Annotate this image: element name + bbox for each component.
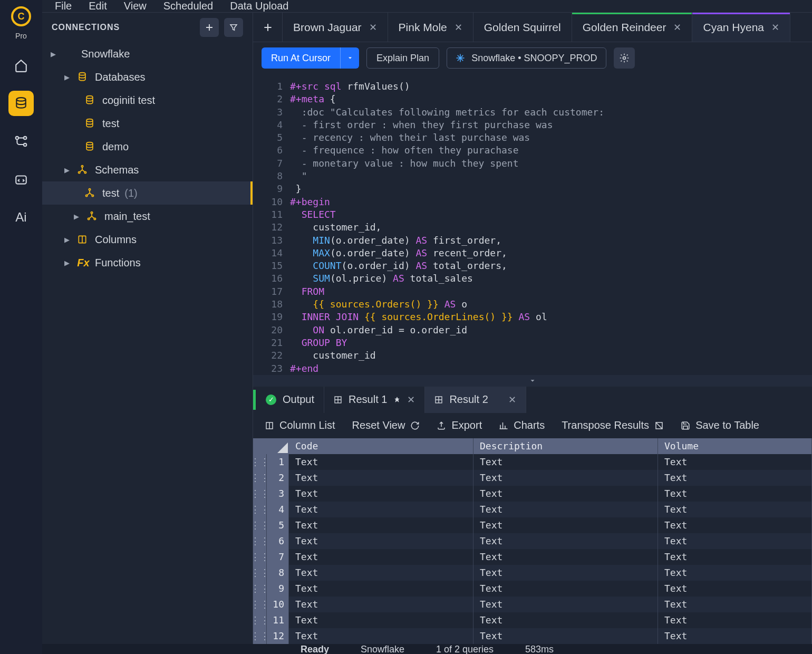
- table-row[interactable]: ⋮⋮8TextTextText: [253, 565, 812, 581]
- result-tab-1[interactable]: Result 1 ✕: [324, 387, 425, 413]
- drag-handle-icon[interactable]: ⋮⋮: [253, 581, 267, 597]
- cell[interactable]: Text: [473, 502, 658, 517]
- table-row[interactable]: ⋮⋮11TextTextText: [253, 612, 812, 628]
- table-row[interactable]: ⋮⋮6TextTextText: [253, 533, 812, 549]
- cell[interactable]: Text: [658, 628, 812, 644]
- tree-db-test[interactable]: test: [42, 112, 253, 135]
- cell[interactable]: Text: [473, 565, 658, 581]
- editor-tab[interactable]: Brown Jaguar✕: [283, 13, 388, 42]
- cell[interactable]: Text: [658, 454, 812, 470]
- table-row[interactable]: ⋮⋮4TextTextText: [253, 502, 812, 517]
- tree-columns[interactable]: ▶ Columns: [42, 228, 253, 251]
- cell[interactable]: Text: [289, 612, 473, 628]
- pin-icon[interactable]: [393, 396, 401, 403]
- drag-handle-icon[interactable]: ⋮⋮: [253, 565, 267, 581]
- editor-tab[interactable]: Cyan Hyena✕: [692, 13, 790, 42]
- cell[interactable]: Text: [658, 597, 812, 612]
- explain-plan-button[interactable]: Explain Plan: [366, 47, 439, 69]
- drag-handle-icon[interactable]: ⋮⋮: [253, 486, 267, 502]
- result-tab-2[interactable]: Result 2 ✕: [425, 387, 526, 413]
- close-icon[interactable]: ✕: [407, 394, 415, 406]
- cell[interactable]: Text: [289, 533, 473, 549]
- drag-handle-icon[interactable]: ⋮⋮: [253, 517, 267, 533]
- table-row[interactable]: ⋮⋮3TextTextText: [253, 486, 812, 502]
- cell[interactable]: Text: [289, 597, 473, 612]
- drag-handle-icon[interactable]: ⋮⋮: [253, 502, 267, 517]
- editor-tab[interactable]: Golden Reindeer✕: [572, 13, 693, 42]
- cell[interactable]: Text: [658, 470, 812, 486]
- cell[interactable]: Text: [473, 597, 658, 612]
- code-area[interactable]: #+src sql rfmValues()#+meta { :doc "Calc…: [290, 80, 812, 375]
- tree-db-demo[interactable]: demo: [42, 135, 253, 158]
- table-row[interactable]: ⋮⋮5TextTextText: [253, 517, 812, 533]
- tree-db-coginiti[interactable]: coginiti test: [42, 89, 253, 112]
- tree-schema-test[interactable]: test (1): [42, 181, 253, 205]
- cell[interactable]: Text: [289, 549, 473, 565]
- rail-pipeline[interactable]: [8, 129, 34, 154]
- cell[interactable]: Text: [658, 565, 812, 581]
- cell[interactable]: Text: [473, 454, 658, 470]
- cell[interactable]: Text: [658, 517, 812, 533]
- close-icon[interactable]: ✕: [771, 22, 779, 33]
- cell[interactable]: Text: [658, 533, 812, 549]
- connection-pill[interactable]: Snowflake • SNOOPY_PROD: [447, 47, 606, 69]
- rail-ai[interactable]: Ai: [8, 205, 34, 230]
- menu-scheduled[interactable]: Scheduled: [163, 0, 214, 12]
- cell[interactable]: Text: [473, 533, 658, 549]
- cell[interactable]: Text: [473, 581, 658, 597]
- cell[interactable]: Text: [658, 502, 812, 517]
- cell[interactable]: Text: [289, 486, 473, 502]
- drag-handle-icon[interactable]: ⋮⋮: [253, 597, 267, 612]
- table-row[interactable]: ⋮⋮7TextTextText: [253, 549, 812, 565]
- drag-handle-icon[interactable]: ⋮⋮: [253, 454, 267, 470]
- column-list-button[interactable]: Column List: [265, 419, 335, 431]
- cell[interactable]: Text: [658, 612, 812, 628]
- drag-handle-icon[interactable]: ⋮⋮: [253, 549, 267, 565]
- editor-tab[interactable]: Golden Squirrel: [473, 13, 572, 42]
- close-icon[interactable]: ✕: [508, 394, 516, 406]
- cell[interactable]: Text: [473, 470, 658, 486]
- drag-handle-icon[interactable]: ⋮⋮: [253, 612, 267, 628]
- table-row[interactable]: ⋮⋮2TextTextText: [253, 470, 812, 486]
- close-icon[interactable]: ✕: [673, 22, 681, 33]
- cell[interactable]: Text: [658, 581, 812, 597]
- save-table-button[interactable]: Save to Table: [681, 419, 759, 431]
- cell[interactable]: Text: [289, 517, 473, 533]
- cell[interactable]: Text: [289, 470, 473, 486]
- cell[interactable]: Text: [289, 502, 473, 517]
- cell[interactable]: Text: [473, 486, 658, 502]
- rail-database[interactable]: [8, 91, 34, 116]
- export-button[interactable]: Export: [437, 419, 482, 431]
- charts-button[interactable]: Charts: [499, 419, 545, 431]
- cell[interactable]: Text: [658, 549, 812, 565]
- rail-snippets[interactable]: [8, 167, 34, 192]
- pin-icon[interactable]: [495, 396, 502, 403]
- tree-functions[interactable]: ▶ Fx Functions: [42, 251, 253, 274]
- cell[interactable]: Text: [473, 612, 658, 628]
- tree-databases[interactable]: ▶ Databases: [42, 65, 253, 89]
- cell[interactable]: Text: [658, 486, 812, 502]
- table-row[interactable]: ⋮⋮12TextTextText: [253, 628, 812, 644]
- editor-tab[interactable]: Pink Mole✕: [388, 13, 473, 42]
- cell[interactable]: Text: [473, 628, 658, 644]
- run-button[interactable]: Run At Cursor: [262, 47, 359, 69]
- drag-handle-icon[interactable]: ⋮⋮: [253, 628, 267, 644]
- add-connection-button[interactable]: [200, 18, 219, 37]
- transpose-button[interactable]: Transpose Results: [562, 419, 664, 431]
- cell[interactable]: Text: [289, 581, 473, 597]
- tree-schemas[interactable]: ▶ Schemas: [42, 158, 253, 181]
- close-icon[interactable]: ✕: [369, 22, 377, 33]
- table-row[interactable]: ⋮⋮9TextTextText: [253, 581, 812, 597]
- new-tab-button[interactable]: [253, 13, 283, 42]
- tree-schema-maintest[interactable]: ▶ main_test: [42, 205, 253, 228]
- cell[interactable]: Text: [289, 565, 473, 581]
- cell[interactable]: Text: [289, 628, 473, 644]
- column-header[interactable]: Volume: [658, 438, 812, 454]
- drag-handle-icon[interactable]: ⋮⋮: [253, 470, 267, 486]
- pane-divider[interactable]: [253, 375, 812, 387]
- reset-view-button[interactable]: Reset View: [352, 419, 420, 431]
- drag-handle-icon[interactable]: ⋮⋮: [253, 533, 267, 549]
- cell[interactable]: Text: [473, 549, 658, 565]
- menu-file[interactable]: File: [55, 0, 72, 12]
- run-dropdown[interactable]: [340, 47, 359, 69]
